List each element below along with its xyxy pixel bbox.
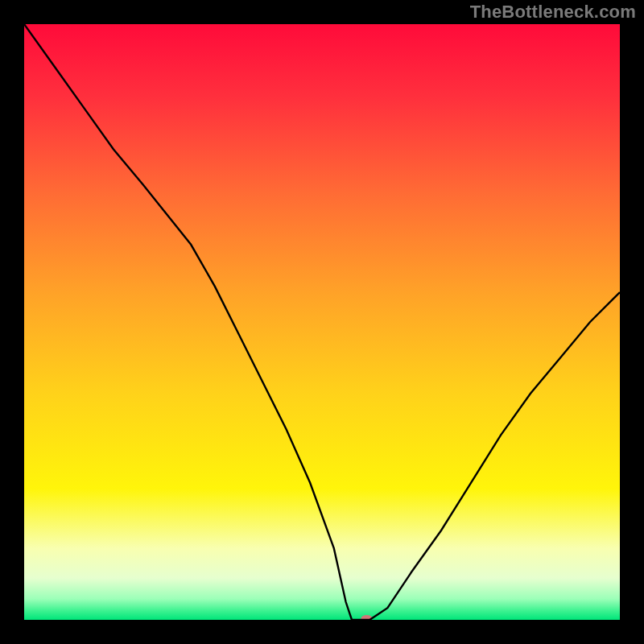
watermark-text: TheBottleneck.com: [470, 2, 636, 23]
chart-frame: TheBottleneck.com: [0, 0, 644, 644]
bottleneck-chart-svg: [24, 24, 620, 620]
gradient-background: [24, 24, 620, 620]
plot-area: [24, 24, 620, 620]
